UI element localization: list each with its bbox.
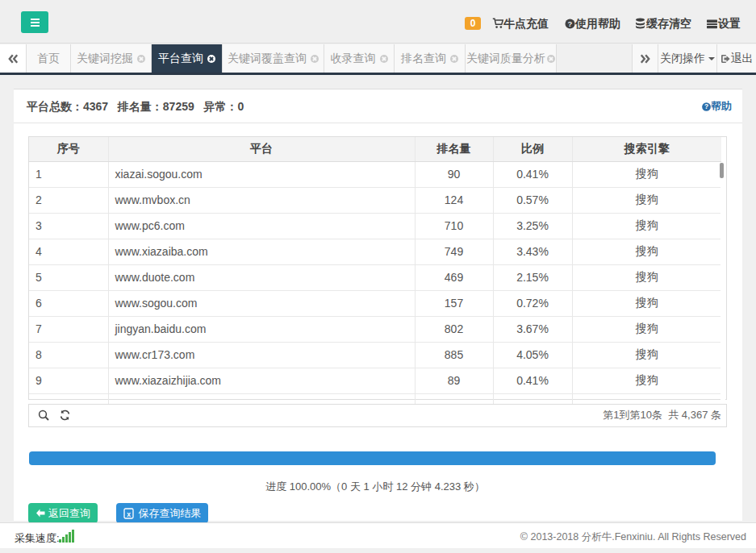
svg-text:?: ?: [568, 19, 573, 28]
svg-text:x: x: [127, 509, 131, 518]
svg-text:?: ?: [704, 102, 708, 110]
